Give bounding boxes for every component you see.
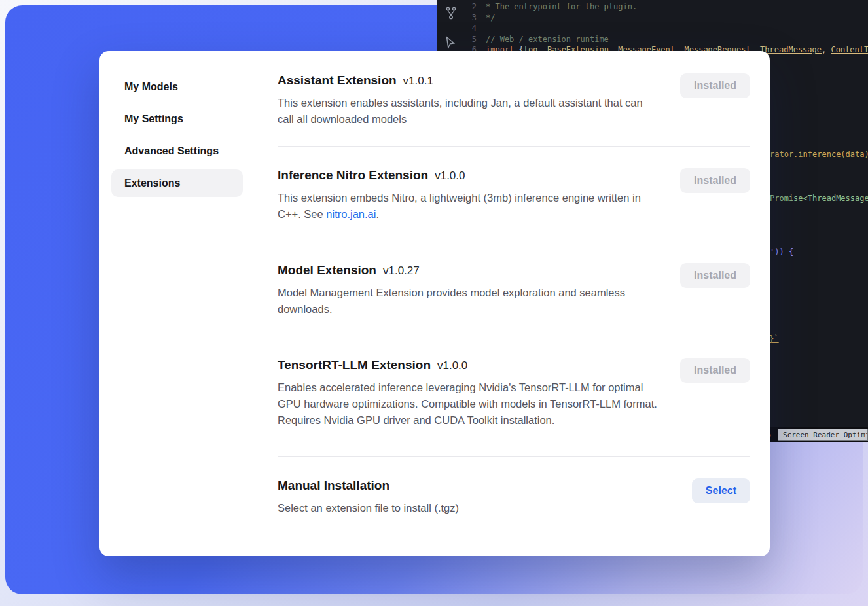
extension-section-assistant: Assistant Extension v1.0.1 This extensio… xyxy=(278,51,750,147)
extension-info: Manual Installation Select an extension … xyxy=(278,478,459,516)
manual-installation-title: Manual Installation xyxy=(278,478,389,493)
extension-section-nitro: Inference Nitro Extension v1.0.0 This ex… xyxy=(278,147,750,241)
extension-section-model: Model Extension v1.0.27 Model Management… xyxy=(278,241,750,336)
extension-description: This extension enables assistants, inclu… xyxy=(278,95,659,128)
settings-sidebar: My Models My Settings Advanced Settings … xyxy=(99,51,255,556)
sidebar-item-my-models[interactable]: My Models xyxy=(111,73,243,101)
extension-version: v1.0.0 xyxy=(437,359,467,372)
extension-title: TensortRT-LLM Extension xyxy=(278,358,431,372)
identifier-token: ThreadMessage xyxy=(760,45,822,54)
code-line: 5 // Web / extension runtime xyxy=(437,34,868,45)
extensions-panel: Assistant Extension v1.0.1 This extensio… xyxy=(255,51,770,556)
extension-title: Inference Nitro Extension xyxy=(278,168,428,183)
code-text: */ xyxy=(486,12,495,24)
line-number: 4 xyxy=(437,23,486,34)
sidebar-item-my-settings[interactable]: My Settings xyxy=(111,105,243,133)
code-line: 2 * The entrypoint for the plugin. xyxy=(437,1,868,12)
select-file-button[interactable]: Select xyxy=(692,478,750,503)
nitro-jan-ai-link[interactable]: nitro.jan.ai xyxy=(326,208,376,220)
code-text: // Web / extension runtime xyxy=(486,34,609,45)
punct-token: , xyxy=(822,45,831,54)
extension-description: Model Management Extension provides mode… xyxy=(278,285,659,317)
sidebar-item-extensions[interactable]: Extensions xyxy=(111,169,243,197)
extension-description: Enables accelerated inference leveraging… xyxy=(278,380,659,429)
code-fragment: rator.inference(data)); xyxy=(770,150,868,159)
extension-version: v1.0.27 xyxy=(383,264,420,277)
code-line: 3 */ xyxy=(437,12,868,24)
screen-reader-notice: Screen Reader Optimize xyxy=(778,429,868,441)
extension-description: This extension embeds Nitro, a lightweig… xyxy=(278,190,659,223)
extension-title: Model Extension xyxy=(278,263,376,277)
code-line: 4 xyxy=(437,23,868,34)
code-lines: 2 * The entrypoint for the plugin. 3 */ … xyxy=(437,1,868,56)
code-text: * The entrypoint for the plugin. xyxy=(486,1,637,12)
extension-info: Inference Nitro Extension v1.0.0 This ex… xyxy=(278,168,659,223)
identifier-token: ContentType xyxy=(831,45,868,54)
manual-installation-description: Select an extension file to install (.tg… xyxy=(278,500,459,516)
code-fragment: Promise<ThreadMessage> xyxy=(770,194,868,203)
sidebar-item-advanced-settings[interactable]: Advanced Settings xyxy=(111,137,243,165)
settings-modal: My Models My Settings Advanced Settings … xyxy=(99,51,770,556)
extension-info: Assistant Extension v1.0.1 This extensio… xyxy=(278,73,659,128)
line-number: 5 xyxy=(437,34,486,45)
extension-version: v1.0.1 xyxy=(403,75,433,88)
description-text: . xyxy=(376,208,379,220)
extension-title: Assistant Extension xyxy=(278,73,397,88)
extension-section-tensorrt: TensortRT-LLM Extension v1.0.0 Enables a… xyxy=(278,336,750,457)
code-fragment: ')) { xyxy=(770,247,793,257)
extension-info: Model Extension v1.0.27 Model Management… xyxy=(278,263,659,317)
line-number: 3 xyxy=(437,12,486,24)
installed-button[interactable]: Installed xyxy=(680,358,750,383)
installed-button[interactable]: Installed xyxy=(680,73,750,98)
extension-info: TensortRT-LLM Extension v1.0.0 Enables a… xyxy=(278,358,659,429)
installed-button[interactable]: Installed xyxy=(680,168,750,193)
extension-version: v1.0.0 xyxy=(435,169,465,183)
line-number: 2 xyxy=(437,1,486,12)
installed-button[interactable]: Installed xyxy=(680,263,750,288)
manual-installation-section: Manual Installation Select an extension … xyxy=(278,457,750,535)
